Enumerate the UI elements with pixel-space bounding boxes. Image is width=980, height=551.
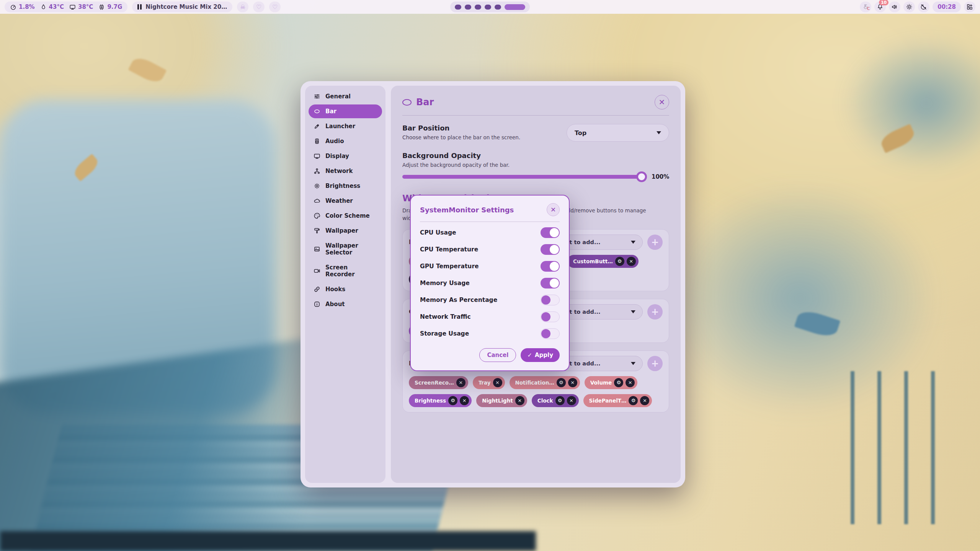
sidebar-item-label: Audio [325,138,344,145]
wallpaper-fence [851,371,950,524]
apps-grid-icon[interactable] [964,2,975,12]
sidebar-item-bar[interactable]: Bar [309,104,382,118]
widget-chip-nightlight[interactable]: NightLight × [476,394,527,407]
sidebar-item-display[interactable]: Display [309,149,382,163]
systemmonitor-settings-modal: SystemMonitor Settings ✕ CPU Usage CPU T… [410,195,570,371]
memory-icon [98,4,105,10]
sidebar-item-label: Weather [325,197,353,204]
widget-chip-clock[interactable]: Clock ⚙ × [532,394,579,407]
opacity-slider[interactable] [402,175,645,179]
background-opacity-slider-row: 100% [402,173,669,180]
panel-header: Bar ✕ [402,95,669,109]
sidebar-item-network[interactable]: Network [309,164,382,178]
widget-chip-volume[interactable]: Volume ⚙ × [585,376,637,389]
sidebar-item-weather[interactable]: Weather [309,194,382,208]
memory-usage-toggle[interactable] [541,278,560,289]
workspace-dot[interactable] [485,5,491,10]
close-icon[interactable]: × [460,396,469,405]
sun-icon [314,183,320,189]
hand-gesture-icon[interactable]: C [860,2,871,12]
close-icon[interactable]: ✕ [547,203,560,216]
cancel-button[interactable]: Cancel [479,348,516,362]
background-opacity-block: Background Opacity Adjust the background… [402,152,669,180]
storage-usage-toggle[interactable] [541,328,560,339]
night-light-icon[interactable] [918,2,929,12]
toggle-knob [550,245,559,254]
cpu-usage-toggle[interactable] [541,227,560,238]
sidebar-item-about[interactable]: About [309,297,382,311]
network-traffic-toggle[interactable] [541,311,560,322]
widget-chip-tray[interactable]: Tray × [473,376,505,389]
media-title: Nightcore Music Mix 20… [145,3,227,10]
sidebar-item-hooks[interactable]: Hooks [309,282,382,296]
close-icon[interactable]: × [640,396,649,405]
volume-icon[interactable] [889,2,900,12]
workspace-dot[interactable] [475,5,481,10]
close-icon[interactable]: × [568,378,577,387]
toggle-label: CPU Usage [420,229,456,236]
heart-icon[interactable]: ♡ [253,2,265,12]
sidebar-item-wallpaper-selector[interactable]: Wallpaper Selector [309,239,382,259]
pause-icon[interactable] [137,4,142,10]
apply-button[interactable]: ✓ Apply [521,348,560,362]
window-close-button[interactable]: ✕ [655,95,669,109]
workspace-dot[interactable] [495,5,501,10]
toggle-row: Storage Usage [420,325,560,342]
widget-chip[interactable]: CustomButt… ⚙ × [567,255,639,268]
gear-icon[interactable]: ⚙ [629,396,638,405]
sidebar-item-label: Brightness [325,183,360,189]
rocket-icon [314,123,320,130]
close-icon[interactable]: × [493,378,502,387]
sidebar-item-screen-recorder[interactable]: Screen Recorder [309,261,382,281]
wallpaper-blue-blob [827,23,980,184]
gpu-temperature-toggle[interactable] [541,261,560,272]
memory-as-percentage-toggle[interactable] [541,295,560,305]
sidebar-item-color-scheme[interactable]: Color Scheme [309,209,382,223]
add-widget-button[interactable]: + [647,235,663,250]
page-title: Bar [416,97,434,108]
skull-icon[interactable]: ☠ [237,2,248,12]
cpu-usage-stat: 1.8% [10,3,35,10]
widget-chip-notifications[interactable]: Notification… ⚙ × [510,376,580,389]
gear-icon[interactable]: ⚙ [557,378,566,387]
modal-title: SystemMonitor Settings [420,206,514,214]
sidebar-item-general[interactable]: General [309,90,382,103]
workspace-dot[interactable] [455,5,461,10]
close-icon[interactable]: × [515,396,524,405]
close-icon[interactable]: × [627,257,636,266]
sidebar-item-launcher[interactable]: Launcher [309,119,382,133]
cpu-temperature-toggle[interactable] [541,244,560,255]
add-widget-button[interactable]: + [647,304,663,320]
widget-chip-brightness[interactable]: Brightness ⚙ × [409,394,472,407]
sidebar-item-wallpaper[interactable]: Wallpaper [309,224,382,238]
gear-icon[interactable]: ⚙ [448,396,457,405]
widget-chip-screenrecorder[interactable]: ScreenReco… × [409,376,468,389]
bar-position-dropdown[interactable]: Top [567,124,669,142]
sidebar-item-label: Wallpaper Selector [325,242,377,256]
slider-knob[interactable] [636,171,647,182]
sliders-icon [314,93,320,100]
gear-icon[interactable]: ⚙ [615,257,624,266]
sidebar-item-brightness[interactable]: Brightness [309,179,382,193]
add-widget-button[interactable]: + [647,356,663,371]
sidebar-item-audio[interactable]: Audio [309,134,382,148]
heart-icon[interactable]: ♡ [269,2,281,12]
bell-icon[interactable]: 10 [874,2,886,12]
workspace-dot[interactable] [465,5,471,10]
workspace-active-pill[interactable] [505,4,525,10]
check-icon: ✓ [527,352,532,359]
chevron-down-icon [631,241,635,244]
chevron-down-icon [631,310,635,313]
modal-header: SystemMonitor Settings ✕ [420,203,560,216]
close-icon[interactable]: × [567,396,576,405]
gear-icon[interactable]: ⚙ [555,396,565,405]
widget-chip-sidepanel[interactable]: SidePanelT… ⚙ × [583,394,652,407]
close-icon[interactable]: × [456,378,466,387]
gear-icon[interactable]: ⚙ [614,378,623,387]
toggle-row: CPU Usage [420,224,560,241]
clock[interactable]: 00:28 [933,2,961,12]
brightness-icon[interactable] [903,2,915,12]
media-player-pill[interactable]: Nightcore Music Mix 20… [132,2,232,12]
speaker-box-icon [314,138,320,145]
close-icon[interactable]: × [626,378,635,387]
